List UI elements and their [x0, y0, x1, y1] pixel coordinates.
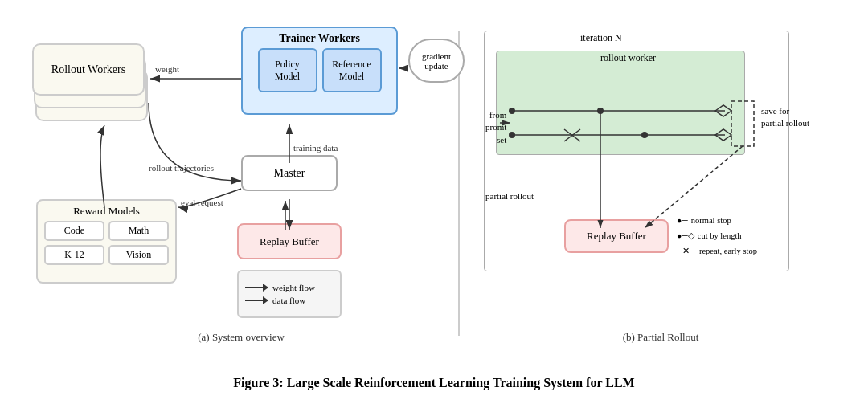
rollout-workers-stack: Rollout Workers [32, 31, 149, 127]
reference-model-box: ReferenceModel [322, 48, 382, 92]
replay-buffer-right-label: Replay Buffer [587, 230, 646, 243]
reward-models-title: Reward Models [38, 201, 175, 221]
save-for-label: save forpartial rollout [761, 105, 809, 130]
k12-box: K-12 [44, 245, 104, 265]
right-legend: ●─ normal stop ●─◇ cut by length ─✕─ rep… [677, 214, 757, 259]
from-promt-label: frompromtset [485, 109, 506, 146]
right-diagram: iteration N rollout worker frompromtset … [460, 14, 862, 368]
svg-text:weight: weight [155, 64, 179, 74]
figure-caption: Figure 3: Large Scale Reinforcement Lear… [233, 376, 634, 390]
normal-stop-icon: ●─ [677, 214, 688, 229]
reference-model-label: ReferenceModel [332, 59, 371, 83]
rollout-card-front: Rollout Workers [32, 43, 145, 96]
weight-flow-legend: weight flow [245, 283, 334, 292]
repeat-early-stop-legend: ─✕─ repeat, early stop [677, 244, 757, 259]
svg-text:eval request: eval request [181, 198, 223, 207]
master-box: Master [241, 155, 338, 191]
legend-box-left: weight flow data flow [237, 270, 342, 318]
repeat-early-stop-icon: ─✕─ [677, 244, 696, 259]
svg-text:rollout trajectories: rollout trajectories [149, 163, 214, 173]
left-caption: (a) System overview [24, 331, 458, 344]
trainer-workers-box: Trainer Workers PolicyModel ReferenceMod… [241, 27, 398, 115]
weight-flow-arrow-icon [245, 287, 268, 288]
policy-model-box: PolicyModel [258, 48, 317, 92]
data-flow-arrow-icon [245, 300, 268, 301]
repeat-early-stop-label: repeat, early stop [699, 244, 757, 259]
rollout-worker-label: rollout worker [600, 52, 656, 64]
iteration-n-label: iteration N [580, 32, 622, 44]
cut-by-length-icon: ●─◇ [677, 229, 694, 244]
trainer-models-row: PolicyModel ReferenceModel [252, 48, 388, 92]
data-flow-label: data flow [272, 296, 305, 305]
rollout-worker-box [496, 51, 745, 155]
replay-buffer-right-box: Replay Buffer [564, 219, 669, 253]
svg-text:training data: training data [293, 143, 338, 153]
gradient-update-box: gradientupdate [408, 39, 465, 83]
weight-flow-label: weight flow [272, 283, 315, 292]
replay-buffer-left-label: Replay Buffer [260, 235, 319, 248]
master-label: Master [274, 167, 305, 180]
math-box: Math [108, 221, 169, 241]
vision-box: Vision [108, 245, 169, 265]
right-caption: (b) Partial Rollout [460, 331, 862, 344]
normal-stop-legend: ●─ normal stop [677, 214, 757, 229]
partial-rollout-label: partial rollout [485, 191, 534, 201]
data-flow-legend: data flow [245, 296, 334, 305]
cut-by-length-label: cut by length [698, 229, 742, 244]
trainer-workers-label: Trainer Workers [279, 28, 360, 48]
normal-stop-label: normal stop [691, 214, 731, 229]
cut-by-length-legend: ●─◇ cut by length [677, 229, 757, 244]
reward-models-grid: Code Math K-12 Vision [38, 221, 175, 265]
replay-buffer-left-box: Replay Buffer [237, 223, 342, 259]
reward-models-box: Reward Models Code Math K-12 Vision [36, 199, 177, 284]
gradient-update-label: gradientupdate [422, 51, 451, 71]
rollout-workers-label: Rollout Workers [51, 63, 125, 76]
policy-model-label: PolicyModel [275, 59, 300, 83]
left-diagram: Rollout Workers Trainer Workers PolicyMo… [24, 14, 458, 368]
code-box: Code [44, 221, 104, 241]
